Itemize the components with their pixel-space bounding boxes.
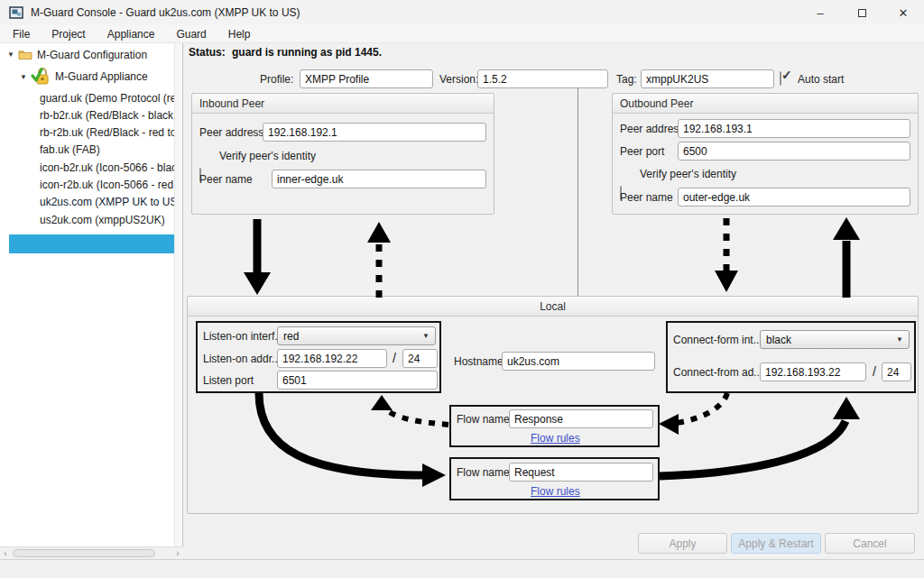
response-flow-rules-link[interactable]: Flow rules [531, 432, 580, 445]
peer-name-label: Peer name [199, 173, 253, 186]
tree-node-rb-r2b[interactable]: rb-r2b.uk (Red/Black - red to black [40, 124, 175, 141]
peer-address-label: Peer address [199, 126, 263, 139]
connect-address-input[interactable] [760, 362, 866, 381]
close-icon: ✕ [899, 6, 909, 20]
menu-project[interactable]: Project [51, 28, 85, 41]
tree-node-icon-r2b[interactable]: icon-r2b.uk (Icon-5066 - red to bla [40, 176, 175, 193]
menubar: File Project Appliance Guard Help [0, 25, 924, 43]
tree-node-us2uk[interactable]: us2uk.com (xmppUS2UK) [40, 211, 175, 228]
tree-node-uk2us-selected[interactable]: uk2us.com (XMPP UK to US) [40, 193, 175, 210]
connect-interface-label: Connect-form int... [673, 334, 759, 346]
tree-node-label: guard.uk (Demo Protocol (red to bl [40, 92, 175, 105]
tree-vertical-scrollbar[interactable] [174, 43, 181, 546]
outbound-peer-port-input[interactable] [678, 142, 910, 161]
profile-input[interactable] [300, 69, 433, 88]
flow-name-label: Flow name [457, 413, 510, 426]
connect-interface-dropdown[interactable]: black ▼ [760, 330, 910, 349]
inbound-peer-panel: Inbound Peer Peer address Verify peer's … [191, 93, 494, 215]
listen-prefix-input[interactable] [402, 349, 438, 368]
minimize-icon: – [817, 6, 823, 20]
tree-node-label: rb-b2r.uk (Red/Black - black to red [40, 109, 175, 122]
request-flow-rules-link[interactable]: Flow rules [531, 485, 580, 498]
listen-port-input[interactable] [277, 371, 438, 390]
outbound-peer-header: Outbound Peer [613, 94, 918, 114]
menu-appliance[interactable]: Appliance [107, 28, 155, 41]
status-text: guard is running as pid 1445. [232, 46, 382, 59]
minimize-button[interactable]: – [799, 0, 841, 25]
menu-file[interactable]: File [13, 28, 30, 41]
outbound-peer-name-input[interactable] [678, 188, 910, 206]
response-flow-box: Flow name Flow rules [449, 405, 660, 447]
maximize-button[interactable] [841, 0, 882, 25]
request-flow-box: Flow name Flow rules [449, 457, 660, 500]
tree-node-appliance[interactable]: ▼ M-Guard Appliance [20, 65, 175, 88]
connect-box: Connect-form int... black ▼ Connect-from… [666, 321, 916, 393]
peer-address-label: Peer address [620, 123, 684, 135]
connect-address-label: Connect-from ad... [673, 366, 759, 379]
tree-node-label: M-Guard Appliance [55, 70, 148, 83]
tree-node-fab[interactable]: fab.uk (FAB) [40, 141, 175, 158]
inbound-peer-name-input[interactable] [272, 170, 486, 188]
outbound-peer-address-input[interactable] [678, 119, 910, 138]
dropdown-value: red [283, 330, 299, 343]
chevron-down-icon: ▼ [422, 332, 430, 340]
inbound-peer-header: Inbound Peer [192, 94, 494, 114]
tree-node-label: us2uk.com (xmppUS2UK) [40, 214, 165, 226]
flow-name-label: Flow name [457, 466, 510, 479]
listen-address-input[interactable] [277, 349, 387, 368]
status-label: Status: [189, 46, 226, 59]
scroll-right-icon[interactable]: › [172, 548, 183, 559]
scrollbar-thumb[interactable] [13, 549, 155, 557]
mguard-console-window: M-Guard Console - Guard uk2us.com (XMPP … [0, 0, 924, 578]
tree-node-configuration[interactable]: ▼ M-Guard Configuration [7, 46, 175, 63]
tree-items: ▼ M-Guard Configuration ▼ M-Guard Applia… [0, 43, 175, 546]
verify-identity-label: Verify peer's identity [640, 168, 736, 180]
response-flow-name-input[interactable] [509, 409, 653, 428]
tag-input[interactable] [641, 69, 774, 88]
version-label: Version: [439, 73, 478, 86]
inbound-peer-address-input[interactable] [263, 123, 486, 142]
peer-port-label: Peer port [620, 145, 664, 158]
appliance-lock-icon [31, 67, 51, 87]
status-line: Status: guard is running as pid 1445. [189, 46, 382, 59]
expander-icon[interactable]: ▼ [7, 50, 18, 59]
hostname-input[interactable] [502, 352, 655, 371]
listen-port-label: Listen port [203, 374, 254, 387]
tree-node-guard-uk[interactable]: guard.uk (Demo Protocol (red to bl [40, 89, 175, 106]
listen-interface-dropdown[interactable]: red ▼ [277, 326, 436, 345]
tree-node-label: rb-r2b.uk (Red/Black - red to black [40, 126, 175, 139]
hostname-label: Hostname [454, 355, 504, 368]
dropdown-value: black [766, 334, 791, 346]
close-button[interactable]: ✕ [882, 0, 924, 25]
auto-start-checkbox[interactable]: ✓ [780, 71, 781, 86]
checkmark-icon: ✓ [781, 68, 792, 82]
window-title: M-Guard Console - Guard uk2us.com (XMPP … [31, 6, 300, 19]
peer-name-label: Peer name [620, 191, 673, 204]
expander-icon[interactable]: ▼ [20, 73, 31, 81]
menu-help[interactable]: Help [228, 28, 251, 41]
local-header: Local [188, 297, 918, 317]
tree-node-label: fab.uk (FAB) [40, 143, 100, 156]
folder-icon [18, 49, 32, 60]
tag-label: Tag: [616, 73, 637, 86]
prefix-slash: / [873, 364, 876, 379]
version-input[interactable] [477, 69, 608, 88]
request-flow-name-input[interactable] [509, 463, 653, 482]
chevron-down-icon: ▼ [896, 335, 903, 344]
profile-label: Profile: [260, 73, 293, 86]
auto-start-label: Auto start [798, 73, 844, 86]
tree-node-icon-b2r[interactable]: icon-b2r.uk (Icon-5066 - black to r [40, 159, 175, 176]
verify-identity-label: Verify peer's identity [219, 150, 316, 162]
tree-horizontal-scrollbar: ‹ › [0, 546, 183, 559]
titlebar: M-Guard Console - Guard uk2us.com (XMPP … [0, 0, 924, 25]
cancel-button[interactable]: Cancel [825, 533, 915, 554]
apply-button[interactable]: Apply [638, 533, 727, 554]
footer-strip [0, 559, 924, 578]
listen-address-label: Listen-on addr... [203, 353, 277, 365]
menu-guard[interactable]: Guard [176, 28, 206, 41]
tree-node-rb-b2r[interactable]: rb-b2r.uk (Red/Black - black to red [40, 106, 175, 124]
connect-prefix-input[interactable] [882, 362, 911, 381]
apply-restart-button[interactable]: Apply & Restart [731, 533, 821, 554]
scroll-left-icon[interactable]: ‹ [0, 548, 11, 559]
config-tree-panel: ▼ M-Guard Configuration ▼ M-Guard Applia… [0, 43, 183, 559]
